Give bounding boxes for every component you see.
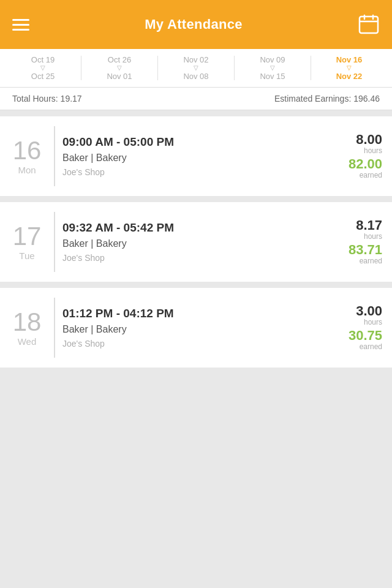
date-nav-oct19[interactable]: Oct 19 ▽ Oct 25: [5, 49, 81, 87]
shift-info-16: 09:00 AM - 05:00 PM Baker | Bakery Joe's…: [55, 116, 331, 196]
date-day: Wed: [18, 336, 37, 347]
shift-card-18: 18 Wed 01:12 PM - 04:12 PM Baker | Baker…: [0, 288, 392, 368]
shift-role: Baker | Bakery: [62, 238, 323, 249]
earned-value: 30.75: [349, 329, 382, 342]
shift-shop: Joe's Shop: [62, 167, 323, 177]
shift-time: 01:12 PM - 04:12 PM: [62, 307, 323, 320]
svg-rect-0: [360, 17, 378, 33]
shift-date-17: 17 Tue: [0, 202, 54, 282]
shift-card-16: 16 Mon 09:00 AM - 05:00 PM Baker | Baker…: [0, 116, 392, 196]
calendar-button[interactable]: [358, 13, 380, 36]
earned-value: 83.71: [349, 243, 382, 257]
shift-earnings-17: 8.17 hours 83.71 earned: [331, 202, 392, 282]
shift-info-17: 09:32 AM - 05:42 PM Baker | Bakery Joe's…: [55, 202, 331, 282]
date-number: 16: [13, 138, 42, 164]
shift-info-18: 01:12 PM - 04:12 PM Baker | Bakery Joe's…: [55, 288, 331, 368]
app-header: My Attendance: [0, 0, 392, 49]
hours-value: 8.17: [356, 219, 382, 232]
date-nav-nov09[interactable]: Nov 09 ▽ Nov 15: [235, 49, 311, 87]
date-nav-nov02[interactable]: Nov 02 ▽ Nov 08: [158, 49, 234, 87]
date-day: Tue: [19, 251, 34, 261]
summary-bar: Total Hours: 19.17 Estimated Earnings: 1…: [0, 88, 392, 110]
shift-date-18: 18 Wed: [0, 288, 54, 368]
date-number: 18: [13, 309, 42, 335]
earned-label: earned: [360, 171, 382, 179]
date-day: Mon: [18, 165, 36, 175]
estimated-earnings-label: Estimated Earnings: 196.46: [274, 94, 380, 104]
earned-label: earned: [360, 257, 382, 265]
shift-time: 09:32 AM - 05:42 PM: [62, 221, 323, 235]
hours-label: hours: [364, 318, 382, 326]
shift-shop: Joe's Shop: [62, 339, 323, 349]
earned-label: earned: [360, 342, 382, 351]
total-hours-value: 19.17: [61, 94, 82, 104]
shift-time: 09:00 AM - 05:00 PM: [62, 135, 323, 149]
estimated-earnings-value: 196.46: [353, 94, 380, 104]
shift-card-17: 17 Tue 09:32 AM - 05:42 PM Baker | Baker…: [0, 202, 392, 282]
total-hours-label: Total Hours: 19.17: [12, 94, 82, 104]
shift-role: Baker | Bakery: [62, 324, 323, 335]
shift-date-16: 16 Mon: [0, 116, 54, 196]
shifts-list: 16 Mon 09:00 AM - 05:00 PM Baker | Baker…: [0, 110, 392, 380]
page-title: My Attendance: [145, 17, 243, 32]
shift-earnings-18: 3.00 hours 30.75 earned: [331, 288, 392, 368]
shift-earnings-16: 8.00 hours 82.00 earned: [331, 116, 392, 196]
menu-button[interactable]: [12, 19, 29, 31]
hours-value: 3.00: [356, 304, 382, 318]
shift-shop: Joe's Shop: [62, 253, 323, 263]
earned-value: 82.00: [349, 157, 382, 171]
shift-role: Baker | Bakery: [62, 153, 323, 164]
hours-label: hours: [364, 146, 382, 155]
date-nav-oct26[interactable]: Oct 26 ▽ Nov 01: [81, 49, 157, 87]
date-number: 17: [13, 224, 42, 249]
date-nav-nov16[interactable]: Nov 16 ▽ Nov 22: [311, 49, 387, 87]
hours-label: hours: [364, 232, 382, 241]
date-navigation: Oct 19 ▽ Oct 25 Oct 26 ▽ Nov 01 Nov 02 ▽…: [0, 49, 392, 88]
hours-value: 8.00: [356, 133, 382, 146]
